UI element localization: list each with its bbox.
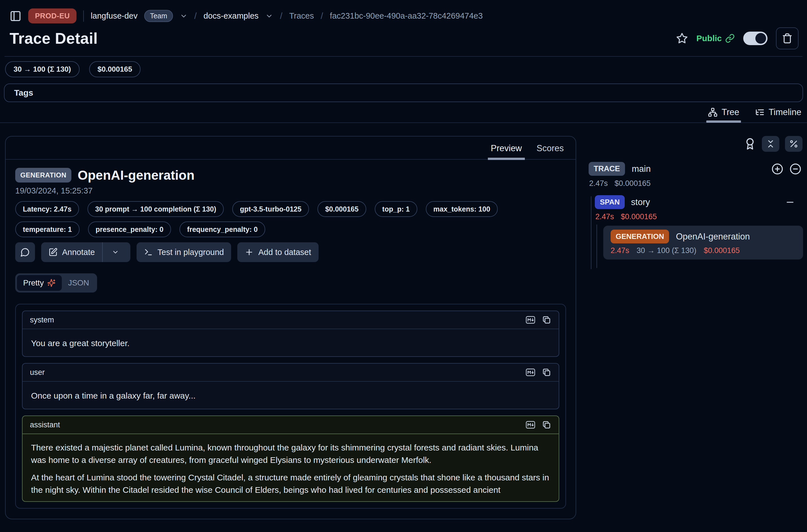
observation-name: OpenAI-generation — [78, 168, 194, 183]
markdown-toggle-icon[interactable] — [525, 367, 536, 377]
chevrons-down-up-icon — [766, 139, 775, 149]
tab-preview[interactable]: Preview — [491, 143, 522, 153]
public-toggle[interactable] — [743, 32, 768, 45]
latency-badge[interactable]: Latency: 2.47s — [15, 201, 79, 217]
trace-summary: 30 → 100 (Σ 130) $0.000165 — [5, 61, 807, 77]
assistant-paragraph: At the heart of Lumina stood the towerin… — [31, 471, 550, 496]
metrics-toggle-button[interactable] — [785, 136, 803, 152]
observation-detail: GENERATION OpenAI-generation 19/03/2024,… — [6, 160, 576, 519]
cost-badge[interactable]: $0.000165 — [89, 61, 141, 77]
copy-icon[interactable] — [542, 315, 551, 325]
model-badge[interactable]: gpt-3.5-turbo-0125 — [232, 201, 309, 217]
tree-icon — [708, 108, 717, 117]
generation-row: GENERATION OpenAI-generation — [611, 230, 796, 243]
message-assistant: assistant There existed a majestic plane… — [22, 416, 559, 502]
page-title: Trace Detail — [10, 29, 98, 48]
generation-tokens: 30 → 100 (Σ 130) — [637, 246, 696, 255]
frequency-penalty-badge[interactable]: frequency_penalty: 0 — [180, 222, 265, 237]
sidebar-toggle-button[interactable] — [10, 10, 21, 22]
tags-card[interactable]: Tags — [4, 83, 803, 102]
observation-actions: Annotate Test in playground — [15, 242, 566, 262]
public-link[interactable]: Public — [696, 34, 735, 43]
cost-badge[interactable]: $0.000165 — [317, 201, 366, 217]
format-json[interactable]: JSON — [62, 275, 95, 291]
message-content: There existed a majestic planet called L… — [23, 434, 559, 501]
message-user: user Once upon a time in a galaxy far, f… — [22, 363, 559, 409]
message-header: system — [23, 311, 559, 329]
tab-timeline[interactable]: Timeline — [755, 107, 801, 117]
trace-stats: 2.47s $0.000165 — [589, 179, 803, 188]
tree-node-trace[interactable]: TRACE main — [588, 162, 803, 176]
terminal-icon — [144, 248, 153, 257]
presence-penalty-badge[interactable]: presence_penalty: 0 — [88, 222, 171, 237]
message-header: user — [23, 364, 559, 382]
annotate-button[interactable]: Annotate — [41, 242, 130, 262]
token-usage-badge[interactable]: 30 prompt → 100 completion (Σ 130) — [88, 201, 224, 217]
format-pretty[interactable]: Pretty — [17, 275, 62, 291]
pen-square-icon — [49, 248, 58, 257]
max-tokens-badge[interactable]: max_tokens: 100 — [426, 201, 498, 217]
span-latency: 2.47s — [595, 212, 614, 221]
observation-header: GENERATION OpenAI-generation — [15, 168, 566, 183]
collapse-all-button[interactable] — [762, 136, 780, 152]
chevron-down-icon[interactable] — [265, 12, 273, 20]
playground-label: Test in playground — [157, 248, 224, 257]
markdown-toggle-icon[interactable] — [525, 420, 536, 430]
button-divider — [102, 242, 103, 262]
breadcrumb: PROD-EU langfuse-dev Team / docs-example… — [10, 8, 799, 23]
breadcrumb-project[interactable]: docs-examples — [203, 11, 259, 21]
generation-name: OpenAI-generation — [676, 232, 750, 242]
annotate-dropdown[interactable] — [108, 248, 123, 256]
message-role: user — [30, 368, 45, 377]
comment-button[interactable] — [15, 242, 35, 262]
toggle-knob — [755, 33, 766, 44]
tree-zoom-controls — [771, 163, 801, 175]
message-actions — [525, 420, 551, 430]
add-to-dataset-button[interactable]: Add to dataset — [237, 242, 318, 262]
tab-scores[interactable]: Scores — [537, 143, 564, 153]
observation-params: Latency: 2.47s 30 prompt → 100 completio… — [15, 201, 566, 237]
tree-node-generation-selected[interactable]: GENERATION OpenAI-generation 2.47s 30 → … — [603, 226, 803, 260]
top-p-badge[interactable]: top_p: 1 — [375, 201, 417, 217]
generation-cost: $0.000165 — [704, 246, 740, 255]
generation-type-badge: GENERATION — [611, 230, 669, 243]
panel-tabs: Preview Scores — [6, 136, 576, 160]
comment-icon — [20, 247, 30, 257]
panel-left-icon — [10, 10, 21, 22]
tab-tree-label: Tree — [721, 107, 739, 117]
plus-icon — [245, 248, 254, 257]
message-content: Once upon a time in a galaxy far, far aw… — [23, 382, 559, 409]
temperature-badge[interactable]: temperature: 1 — [15, 222, 79, 237]
scores-toggle-button[interactable] — [744, 138, 756, 150]
tree-node-span[interactable]: SPAN story — [595, 195, 803, 209]
copy-icon[interactable] — [542, 367, 551, 377]
tree-controls — [588, 136, 803, 152]
tab-tree[interactable]: Tree — [708, 107, 739, 117]
star-icon — [676, 33, 688, 44]
breadcrumb-org[interactable]: langfuse-dev — [91, 11, 137, 21]
dataset-label: Add to dataset — [258, 248, 311, 257]
delete-trace-button[interactable] — [776, 27, 799, 49]
span-type-badge: SPAN — [595, 195, 625, 209]
collapse-node-button[interactable] — [785, 197, 795, 207]
tree-branch: SPAN story 2.47s $0.000165 GENERATION Op… — [588, 195, 803, 260]
test-in-playground-button[interactable]: Test in playground — [136, 242, 231, 262]
title-row: Trace Detail Public — [10, 27, 799, 49]
messages-container: system You are a great storyteller. — [15, 304, 566, 509]
token-usage-badge[interactable]: 30 → 100 (Σ 130) — [5, 61, 79, 77]
message-role: assistant — [30, 421, 60, 429]
bookmark-star-button[interactable] — [676, 33, 688, 44]
copy-icon[interactable] — [542, 420, 551, 430]
plus-circle-icon[interactable] — [771, 163, 783, 175]
trace-latency: 2.47s — [589, 179, 608, 188]
minus-circle-icon[interactable] — [789, 163, 801, 175]
chevron-down-icon[interactable] — [180, 12, 188, 20]
percent-icon — [789, 139, 799, 149]
breadcrumb-trace-id: fac231bc-90ee-490a-aa32-78c4269474e3 — [330, 11, 483, 21]
breadcrumb-section[interactable]: Traces — [289, 11, 314, 21]
markdown-toggle-icon[interactable] — [525, 315, 536, 325]
tree-branch-nested: GENERATION OpenAI-generation 2.47s 30 → … — [595, 226, 803, 260]
message-actions — [525, 315, 551, 325]
title-actions: Public — [676, 27, 799, 49]
public-label: Public — [696, 34, 722, 43]
